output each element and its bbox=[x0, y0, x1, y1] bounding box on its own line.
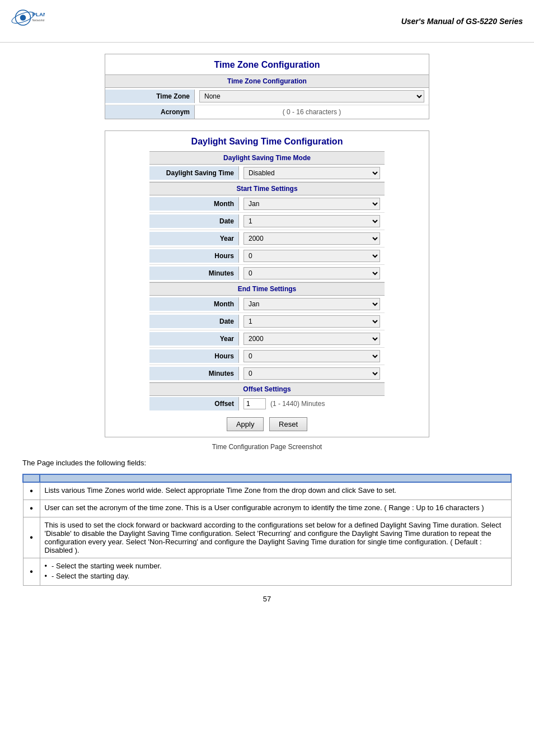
svg-text:Networking & Communication: Networking & Communication bbox=[32, 18, 45, 22]
sub-bullet-row: • - Select the starting week number. bbox=[45, 562, 507, 570]
end-time-header: End Time Settings bbox=[149, 282, 385, 296]
table-row: • This is used to set the clock forward … bbox=[23, 517, 511, 558]
start-year-row: Year 2000 bbox=[149, 230, 385, 248]
apply-button[interactable]: Apply bbox=[227, 417, 264, 431]
timezone-label: Time Zone bbox=[105, 90, 195, 103]
dst-mode-label: Daylight Saving Time bbox=[149, 166, 239, 180]
start-month-select[interactable]: JanFebMarApr MayJunJulAug SepOctNovDec bbox=[243, 198, 380, 210]
button-row: Apply Reset bbox=[105, 412, 429, 437]
timezone-inner-header: Time Zone Configuration bbox=[105, 74, 429, 88]
table-row: • Lists various Time Zones world wide. S… bbox=[23, 482, 511, 500]
start-minutes-select[interactable]: 0 bbox=[243, 267, 380, 279]
dst-mode-header: Daylight Saving Time Mode bbox=[149, 151, 385, 165]
end-hours-value[interactable]: 0 bbox=[239, 348, 385, 365]
page-header: PLANET Networking & Communication User's… bbox=[0, 0, 534, 43]
page-number: 57 bbox=[22, 595, 512, 603]
table-row: • User can set the acronym of the time z… bbox=[23, 500, 511, 517]
dst-mode-value[interactable]: Disabled Recurring Non-Recurring bbox=[239, 165, 385, 181]
bullet-cell: • bbox=[23, 558, 40, 586]
timezone-row: Time Zone None bbox=[105, 88, 429, 105]
acronym-hint: ( 0 - 16 characters ) bbox=[199, 108, 424, 116]
bullet-icon: • bbox=[30, 533, 33, 542]
end-minutes-row: Minutes 0 bbox=[149, 365, 385, 382]
sub-bullet-text-2: - Select the starting day. bbox=[51, 572, 129, 580]
info-table: • Lists various Time Zones world wide. S… bbox=[22, 474, 512, 586]
start-minutes-label: Minutes bbox=[149, 267, 239, 280]
caption: Time Configuration Page Screenshot bbox=[22, 443, 512, 451]
dst-mode-select[interactable]: Disabled Recurring Non-Recurring bbox=[243, 167, 380, 179]
end-month-label: Month bbox=[149, 297, 239, 311]
start-hours-select[interactable]: 0 bbox=[243, 250, 380, 262]
end-hours-select[interactable]: 0 bbox=[243, 350, 380, 362]
dst-config-box: Daylight Saving Time Configuration Dayli… bbox=[105, 130, 429, 437]
table-cell-dst: This is used to set the clock forward or… bbox=[40, 517, 511, 558]
offset-input[interactable] bbox=[243, 398, 266, 409]
svg-point-2 bbox=[20, 15, 26, 21]
bullet-icon: • bbox=[30, 567, 33, 576]
end-month-select[interactable]: JanFebMar bbox=[243, 298, 380, 310]
acronym-value[interactable]: ( 0 - 16 characters ) bbox=[195, 106, 429, 118]
offset-header: Offset Settings bbox=[149, 382, 385, 396]
start-month-label: Month bbox=[149, 197, 239, 211]
start-date-row: Date 1 bbox=[149, 213, 385, 230]
offset-hint: (1 - 1440) Minutes bbox=[270, 400, 325, 408]
table-header-col1 bbox=[23, 474, 40, 482]
start-date-label: Date bbox=[149, 214, 239, 228]
end-date-row: Date 1 bbox=[149, 313, 385, 330]
bullet-icon: • bbox=[30, 486, 33, 496]
end-hours-row: Hours 0 bbox=[149, 348, 385, 365]
body-text: The Page includes the following fields: bbox=[22, 459, 512, 467]
start-year-value[interactable]: 2000 bbox=[239, 230, 385, 247]
start-hours-row: Hours 0 bbox=[149, 248, 385, 265]
timezone-config-box: Time Zone Configuration Time Zone Config… bbox=[105, 54, 429, 119]
end-month-value[interactable]: JanFebMar bbox=[239, 296, 385, 312]
bullet-icon: • bbox=[30, 503, 33, 513]
sub-bullet-row: • - Select the starting day. bbox=[45, 572, 507, 580]
start-year-select[interactable]: 2000 bbox=[243, 232, 380, 245]
end-minutes-value[interactable]: 0 bbox=[239, 365, 385, 382]
start-hours-value[interactable]: 0 bbox=[239, 248, 385, 264]
table-row: • • - Select the starting week number. •… bbox=[23, 558, 511, 586]
end-year-row: Year 2000 bbox=[149, 330, 385, 348]
offset-row: Offset (1 - 1440) Minutes bbox=[149, 396, 385, 412]
dst-mode-row: Daylight Saving Time Disabled Recurring … bbox=[149, 165, 385, 182]
start-date-value[interactable]: 1 bbox=[239, 213, 385, 230]
sub-bullet-icon: • bbox=[45, 562, 48, 570]
offset-label: Offset bbox=[149, 397, 239, 410]
table-header-col2 bbox=[40, 474, 511, 482]
end-year-value[interactable]: 2000 bbox=[239, 330, 385, 347]
sub-bullet-icon: • bbox=[45, 572, 48, 580]
start-hours-label: Hours bbox=[149, 249, 239, 263]
main-content: Time Zone Configuration Time Zone Config… bbox=[0, 43, 534, 614]
bullet-cell: • bbox=[23, 500, 40, 517]
end-date-select[interactable]: 1 bbox=[243, 315, 380, 328]
bullet-cell: • bbox=[23, 517, 40, 558]
start-month-row: Month JanFebMarApr MayJunJulAug SepOctNo… bbox=[149, 195, 385, 213]
offset-value-container[interactable]: (1 - 1440) Minutes bbox=[239, 396, 385, 412]
start-minutes-row: Minutes 0 bbox=[149, 265, 385, 282]
end-hours-label: Hours bbox=[149, 349, 239, 363]
manual-title: User's Manual of GS-5220 Series bbox=[401, 17, 523, 26]
start-date-select[interactable]: 1 bbox=[243, 215, 380, 227]
timezone-select[interactable]: None bbox=[199, 90, 424, 102]
acronym-label: Acronym bbox=[105, 105, 195, 119]
dst-title: Daylight Saving Time Configuration bbox=[105, 131, 429, 151]
dst-inner-wrapper: Daylight Saving Time Mode Daylight Savin… bbox=[149, 151, 385, 412]
planet-logo-icon: PLANET Networking & Communication bbox=[11, 6, 45, 36]
end-year-select[interactable]: 2000 bbox=[243, 333, 380, 345]
end-date-value[interactable]: 1 bbox=[239, 313, 385, 330]
reset-button[interactable]: Reset bbox=[269, 417, 307, 431]
logo-area: PLANET Networking & Communication bbox=[11, 6, 45, 36]
end-minutes-label: Minutes bbox=[149, 367, 239, 380]
table-cell-timezone: Lists various Time Zones world wide. Sel… bbox=[40, 482, 511, 500]
timezone-value[interactable]: None bbox=[195, 88, 429, 105]
sub-bullet-text-1: - Select the starting week number. bbox=[51, 562, 162, 570]
start-month-value[interactable]: JanFebMarApr MayJunJulAug SepOctNovDec bbox=[239, 195, 385, 212]
svg-text:PLANET: PLANET bbox=[32, 11, 45, 17]
start-year-label: Year bbox=[149, 232, 239, 245]
start-minutes-value[interactable]: 0 bbox=[239, 265, 385, 282]
end-month-row: Month JanFebMar bbox=[149, 296, 385, 313]
end-minutes-select[interactable]: 0 bbox=[243, 367, 380, 380]
config-wrapper: Time Zone Configuration Time Zone Config… bbox=[105, 54, 429, 437]
end-year-label: Year bbox=[149, 332, 239, 346]
